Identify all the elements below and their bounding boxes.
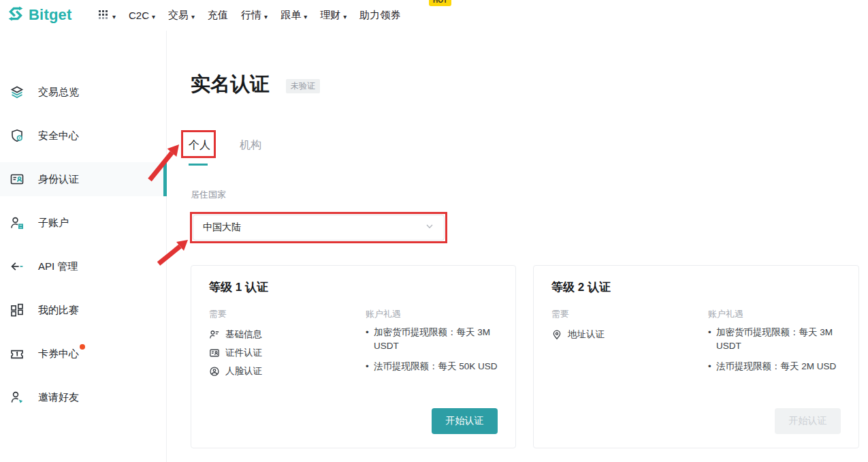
face-icon [209, 366, 220, 377]
notification-dot [80, 344, 85, 350]
sidebar-item-subaccounts[interactable]: 子账户 [0, 206, 167, 240]
layers-icon [10, 84, 25, 99]
contest-blocks-icon [10, 303, 25, 318]
requirements-list: 地址认证 [551, 328, 605, 341]
apps-grid-icon [97, 8, 110, 22]
benefits-list: 加密货币提现限额：每天 3M USDT 法币提现限额：每天 50K USD [366, 326, 510, 373]
country-select-value: 中国大陆 [203, 221, 241, 234]
requirement-item: 地址认证 [551, 328, 605, 341]
sidebar-item-security-center[interactable]: 安全中心 [0, 119, 167, 153]
bitget-verification-page: Bitget C2C [0, 0, 868, 462]
sidebar-item-identity-verification[interactable]: 身份认证 [0, 162, 167, 196]
caret-down-icon [152, 10, 155, 21]
sidebar-item-label: 卡券中心 [38, 348, 79, 360]
sidebar-item-api-management[interactable]: API 管理 [0, 249, 167, 283]
nav-item-deposit[interactable]: 充值 [208, 9, 228, 22]
country-select[interactable]: 中国大陆 [193, 215, 445, 241]
id-document-icon [209, 348, 220, 358]
nav-item-label: C2C [129, 10, 149, 21]
caret-down-icon [191, 10, 195, 21]
id-card-icon [10, 172, 25, 187]
tab-personal[interactable]: 个人 [189, 138, 210, 153]
nav-item-copy-trading[interactable]: 跟单 [280, 9, 307, 22]
card-title: 等级 1 认证 [209, 279, 268, 295]
sidebar-item-label: 安全中心 [38, 129, 79, 142]
requirement-label: 人脸认证 [225, 365, 262, 378]
api-arrow-icon [10, 259, 25, 274]
page-title: 实名认证 [191, 71, 270, 98]
nav-item-c2c[interactable]: C2C [129, 10, 155, 21]
sidebar-item-coupon-center[interactable]: 卡券中心 [0, 337, 167, 371]
nav-item-label: 理财 [320, 9, 340, 22]
sidebar-item-invite-friends[interactable]: 邀请好友 [0, 380, 167, 414]
requirement-label: 基础信息 [225, 328, 262, 341]
nav-item-coupons[interactable]: 助力领券 [359, 9, 400, 22]
caret-down-icon [112, 10, 116, 21]
status-badge-unverified: 未验证 [286, 79, 320, 93]
level-1-verification-card: 等级 1 认证 需要 基础信息 [191, 265, 516, 448]
caret-down-icon [304, 10, 307, 21]
card-title: 等级 2 认证 [551, 279, 611, 295]
country-field-label: 居住国家 [191, 189, 226, 201]
requirement-label: 证件认证 [225, 347, 262, 359]
benefits-label: 账户礼遇 [366, 308, 401, 320]
sidebar-item-my-contests[interactable]: 我的比赛 [0, 293, 167, 327]
shield-icon [10, 128, 25, 143]
requirements-list: 基础信息 证件认证 [209, 328, 262, 378]
benefit-item: 加密货币提现限额：每天 3M USDT [366, 326, 510, 354]
sidebar-item-trade-overview[interactable]: 交易总览 [0, 75, 167, 109]
bitget-logo-icon [7, 5, 25, 25]
sidebar-item-label: 交易总览 [38, 86, 79, 99]
nav-item-label: 交易 [168, 9, 189, 22]
benefits-list: 加密货币提现限额：每天 3M USDT 法币提现限额：每天 2M USD [708, 326, 852, 373]
coupon-ticket-icon [10, 346, 25, 361]
requirement-label: 地址认证 [568, 328, 605, 341]
nav-item-label: 助力领券 [359, 9, 400, 22]
benefits-label: 账户礼遇 [708, 308, 743, 320]
nav-item-label: 跟单 [280, 9, 301, 22]
benefit-item: 法币提现限额：每天 2M USD [708, 360, 852, 373]
sidebar-item-label: 我的比赛 [38, 304, 79, 317]
requirements-label: 需要 [209, 308, 227, 320]
sidebar-item-label: 子账户 [38, 217, 69, 230]
chevron-down-icon [425, 221, 434, 234]
sidebar: 交易总览 安全中心 身份认证 [0, 31, 167, 462]
nav-item-trade[interactable]: 交易 [168, 9, 195, 22]
caret-down-icon [264, 10, 268, 21]
nav-item-label: 行情 [241, 9, 261, 22]
invite-friends-icon [10, 390, 25, 405]
sidebar-item-text: 卡券中心 [38, 348, 79, 359]
caret-down-icon [343, 10, 347, 21]
requirement-item: 基础信息 [209, 328, 262, 341]
nav-item-earn[interactable]: 理财 [320, 9, 347, 22]
active-tab-underline [189, 164, 208, 166]
nav-apps-menu[interactable] [97, 8, 116, 22]
nav-menu: C2C 交易 充值 行情 跟单 理财 助力领券 [97, 0, 400, 31]
nav-item-markets[interactable]: 行情 [241, 9, 268, 22]
bitget-logo[interactable]: Bitget [7, 5, 72, 25]
bitget-logo-text: Bitget [29, 6, 72, 24]
level-2-verification-card: 等级 2 认证 需要 地址认证 账户礼遇 加密货币提现限额：每天 3M USDT… [533, 265, 859, 448]
hot-badge: HOT [429, 0, 451, 6]
user-info-icon [209, 329, 220, 340]
nav-item-label: 充值 [208, 9, 228, 22]
benefit-item: 加密货币提现限额：每天 3M USDT [708, 326, 852, 354]
start-verification-button[interactable]: 开始认证 [432, 408, 498, 434]
tab-institution[interactable]: 机构 [240, 138, 261, 153]
requirements-label: 需要 [551, 308, 569, 320]
requirement-item: 人脸认证 [209, 365, 262, 378]
sidebar-item-label: 邀请好友 [38, 391, 79, 404]
sidebar-item-label: 身份认证 [38, 173, 79, 186]
address-icon [551, 329, 562, 340]
benefit-item: 法币提现限额：每天 50K USD [366, 360, 510, 373]
sidebar-item-label: API 管理 [38, 260, 78, 273]
start-verification-button-disabled: 开始认证 [775, 408, 841, 434]
active-indicator-bar [163, 162, 167, 196]
top-nav: Bitget C2C [0, 0, 868, 31]
subaccount-icon [10, 215, 25, 230]
requirement-item: 证件认证 [209, 347, 262, 359]
